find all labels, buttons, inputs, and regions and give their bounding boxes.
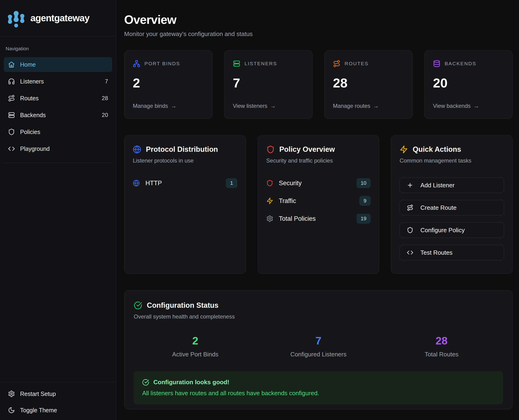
moon-icon [8,407,15,414]
gear-icon [8,390,15,397]
code-icon [407,249,413,256]
card-title: Configuration Status [147,301,219,310]
sidebar-item-routes[interactable]: Routes 28 [4,91,112,106]
protocol-distribution-card: Protocol Distribution Listener protocols… [124,135,246,274]
arrow-right-icon: → [373,103,379,109]
zap-icon [400,145,408,154]
stat-card-label: ROUTES [345,61,369,67]
card-subtitle: Overall system health and completeness [134,313,503,320]
main-content: Overview Monitor your gateway's configur… [116,0,519,420]
agentgateway-logo-icon [7,9,26,28]
policy-row-security: Security 10 [266,178,371,189]
config-stat-listeners: 7 Configured Listeners [257,334,380,358]
protocol-label: HTTP [145,180,162,187]
code-icon [8,145,15,152]
config-stat-value: 28 [380,334,503,347]
config-status-alert: Configuration looks good! All listeners … [134,371,503,404]
globe-icon [133,145,141,154]
shield-icon [266,145,275,154]
stat-card-value: 2 [133,75,204,90]
route-icon [333,60,340,67]
sidebar-item-backends[interactable]: Backends 20 [4,108,112,122]
page-title: Overview [124,13,513,27]
zap-icon [266,197,273,204]
check-circle-icon [134,301,142,310]
sidebar-item-label: Listeners [20,78,44,85]
test-routes-button[interactable]: Test Routes [400,245,504,260]
policy-label: Total Policies [279,215,316,222]
route-icon [8,95,15,102]
sidebar-item-policies[interactable]: Policies [4,124,112,139]
sidebar-item-label: Playground [20,145,50,152]
config-stat-label: Active Port Binds [134,351,257,358]
sidebar-header: agentgateway [0,0,116,37]
config-stat-value: 2 [134,334,257,347]
sidebar-item-label: Backends [20,112,46,119]
quick-actions-card: Quick Actions Common management tasks Ad… [391,135,513,274]
arrow-right-icon: → [474,103,479,109]
sidebar-item-listeners[interactable]: Listeners 7 [4,74,112,89]
card-title: Policy Overview [279,145,335,154]
manage-binds-link[interactable]: Manage binds → [133,103,204,109]
view-listeners-link[interactable]: View listeners → [233,103,304,109]
config-stat-port-binds: 2 Active Port Binds [134,334,257,358]
sidebar-item-label: Policies [20,129,40,135]
protocol-count-badge: 1 [226,178,237,188]
config-stat-value: 7 [257,334,380,347]
policy-row-total: Total Policies 19 [266,213,371,224]
toggle-theme-button[interactable]: Toggle Theme [4,403,112,418]
stat-card-backends: BACKENDS 20 View backends → [424,50,513,119]
nav-section-label: Navigation [6,46,110,52]
stat-card-value: 7 [233,75,304,90]
arrow-right-icon: → [171,103,177,109]
sidebar-footer: Restart Setup Toggle Theme [0,382,116,420]
sidebar-nav: Navigation Home Listeners 7 Routes 28 Ba… [0,37,116,163]
sidebar-item-playground[interactable]: Playground [4,141,112,156]
network-icon [133,60,140,67]
add-listener-button[interactable]: Add Listener [400,178,504,193]
stat-card-label: BACKENDS [445,61,476,67]
gear-icon [266,215,273,222]
sidebar-item-home[interactable]: Home [4,57,112,72]
alert-title: Configuration looks good! [153,379,229,386]
server-icon [8,112,15,119]
restart-setup-button[interactable]: Restart Setup [4,386,112,401]
sidebar-item-count: 7 [105,78,108,85]
policy-label: Security [279,180,302,187]
route-icon [407,204,413,211]
card-title: Protocol Distribution [146,145,218,154]
headphones-icon [8,78,15,85]
config-stat-label: Total Routes [380,351,503,358]
card-subtitle: Security and traffic policies [266,158,371,164]
policy-count-badge: 10 [356,178,371,188]
protocol-row-http: HTTP 1 [133,178,237,189]
shield-icon [407,227,413,233]
sidebar: agentgateway Navigation Home Listeners 7… [0,0,116,420]
stat-card-label: LISTENERS [245,61,277,67]
stat-card-label: PORT BINDS [144,61,180,67]
policy-overview-card: Policy Overview Security and traffic pol… [258,135,379,274]
stats-grid: PORT BINDS 2 Manage binds → LISTENERS 7 … [124,50,513,119]
view-backends-link[interactable]: View backends → [433,103,504,109]
home-icon [8,61,15,68]
manage-routes-link[interactable]: Manage routes → [333,103,404,109]
config-stats: 2 Active Port Binds 7 Configured Listene… [134,334,503,358]
config-stat-routes: 28 Total Routes [380,334,503,358]
card-title: Quick Actions [413,145,461,154]
policy-label: Traffic [279,197,296,205]
alert-message: All listeners have routes and all routes… [142,390,495,397]
shield-icon [8,128,15,135]
page-subtitle: Monitor your gateway's configuration and… [124,30,513,38]
configuration-status-card: Configuration Status Overall system heal… [124,290,513,410]
policy-count-badge: 9 [359,196,371,206]
stat-card-port-binds: PORT BINDS 2 Manage binds → [124,50,213,119]
configure-policy-button[interactable]: Configure Policy [400,222,504,238]
create-route-button[interactable]: Create Route [400,200,504,215]
sidebar-item-count: 28 [102,95,108,102]
stat-card-value: 20 [433,75,504,90]
policy-row-traffic: Traffic 9 [266,195,371,207]
config-stat-label: Configured Listeners [257,351,380,358]
sidebar-item-label: Routes [20,95,39,102]
server-icon [233,60,240,67]
card-subtitle: Listener protocols in use [133,158,237,164]
